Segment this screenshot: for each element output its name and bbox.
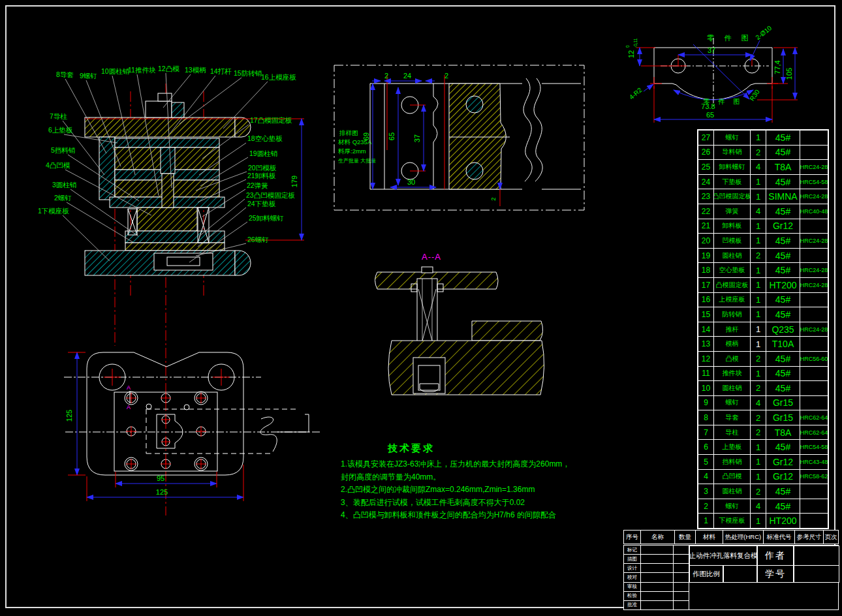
bom-cell: HRC40-48 [800,204,828,219]
bom-row: 1下模座板1HT200 [698,514,828,528]
bom-cell: 1 [751,514,766,528]
bom-cell: 8 [698,410,714,425]
hole-center-marks [104,369,230,469]
label-4: 4凸凹模 [46,161,70,169]
bom-cell: Q235 [766,322,800,337]
part-dim-holes: 2-Ø10 [755,24,773,41]
label-22: 22弹簧 [247,181,268,189]
bom-cell: 2 [698,499,714,514]
part-dim-65: 65 [706,111,714,119]
part-dim-12: 12 [627,50,635,58]
bom-cell: 16 [698,293,714,307]
bom-cell [800,131,828,145]
bom-cell: 45# [766,307,800,322]
upper-pad-plate [115,138,219,147]
bom-header-cell: 材料 [696,531,723,544]
titleblock-empty-cell [641,592,674,600]
bom-cell: Gr15 [766,410,800,425]
bom-cell: 14 [698,322,714,337]
bom-cell: 2 [751,249,766,263]
bom-cell: HRC54-58 [800,175,828,189]
bom-cell: 22 [698,204,714,219]
bom-cell: HRC62-64 [800,425,828,440]
bom-row: 17凸模固定板1HT200HRC24-28 [698,278,828,293]
strip-dim-69: 69 [362,132,370,140]
bom-cell: 1 [751,470,766,484]
bom-row: 21卸料板1Gr12 [698,219,828,234]
tech-line-2: 封闭高度的调节量为40mm。 [341,471,570,484]
plan-dim-125-bottom: 125 [156,488,168,496]
bom-cell: 15 [698,307,714,322]
bom-cell: 圆柱销 [714,381,751,395]
section-aa-label: A--A [422,252,441,262]
bom-cell: T10A [766,337,800,351]
bom-cell: 空心垫板 [714,263,751,277]
bom-cell: 17 [698,278,714,292]
bom-cell: Gr15 [766,396,800,410]
titleblock-left-row: 描图 [624,555,689,564]
bom-cell: HRC62-64 [800,410,828,425]
bom-cell: 45# [766,131,800,145]
strip-dim-37: 37 [413,134,421,142]
titleblock-empty-cell [674,546,689,554]
bom-cell: 45# [766,146,800,160]
label-8: 8导套 [56,70,74,78]
bom-cell: 导料销 [714,146,751,160]
bom-cell: HRC24-28 [800,160,828,174]
bom-cell: 推杆 [714,322,751,337]
bom-cell: 45# [766,367,800,381]
tech-line-3: 2.凸凹模之间的冲裁间隙Zmax=0.246mm,Zmin=1.36mm [341,484,570,497]
label-12: 12凸模 [158,65,179,72]
strip-dim-2a: 2 [384,72,388,80]
bom-cell: 45# [766,249,800,263]
tech-requirements-title: 技术要求 [388,442,570,455]
part-dim-12-upper-tol: 0 [625,45,630,48]
part-dim-105: 105 [785,68,793,80]
bom-row: 14推杆1Q235HRC24-28 [698,322,828,337]
bom-cell: 上模座板 [714,293,751,307]
strip-dim-30: 30 [407,178,415,186]
titleblock-left-row: 审核 [624,583,689,592]
author-value-cell [794,546,839,566]
bom-cell [800,249,828,263]
bom-cell: 凸凹模固定板 [714,189,751,204]
bom-cell: 模柄 [714,337,751,351]
titleblock-left-label: 校对 [624,573,641,581]
bom-row: 8导套2Gr15HRC62-64 [698,410,828,425]
bom-cell: 凸模固定板 [714,278,751,292]
bom-row: 6上垫板145#HRC54-58 [698,440,828,455]
bom-cell: 45# [766,175,800,189]
bom-cell: HRC24-28 [800,322,828,337]
bom-cell: HRC24-28 [800,189,828,204]
bom-cell: HRC24-28 [800,234,828,248]
punch-die-block [137,208,197,231]
label-15: 15防转销 [234,69,262,77]
student-id-label: 学号 [757,565,794,583]
bom-row: 18空心垫板145#HRC24-28 [698,263,828,278]
bom-cell: Gr12 [766,455,800,469]
bom-cell: 45# [766,263,800,277]
titleblock-left-label: 审核 [624,583,641,591]
assembly-section-view: 179 [38,65,304,516]
bom-cell: 7 [698,425,714,440]
titleblock-empty-cell [674,564,689,572]
bom-cell: 1 [751,234,766,248]
bom-cell: 2 [751,410,766,425]
bom-cell [800,293,828,307]
bom-row: 16上模座板145# [698,293,828,308]
lower-pad-plate [125,243,225,251]
bom-cell: SIMNA [766,189,800,204]
label-10: 10圆柱销 [101,67,129,75]
part-dim-corner-radius: 4-R2 [628,86,644,101]
label-7: 7导柱 [50,112,67,120]
scale-label: 作图比例 [689,565,723,583]
plan-dim-125-left: 125 [65,410,73,422]
bom-row: 2螺钉445# [698,499,828,514]
bom-cell: 1 [751,189,766,204]
bom-row: 24下垫板145#HRC54-58 [698,175,828,190]
bom-header-cell: 参考尺寸 [795,531,824,544]
titleblock-left-label: 批准 [624,601,641,609]
bom-cell: 20 [698,234,714,248]
bom-cell: 上垫板 [714,440,751,454]
scale-value-cell [723,565,757,583]
